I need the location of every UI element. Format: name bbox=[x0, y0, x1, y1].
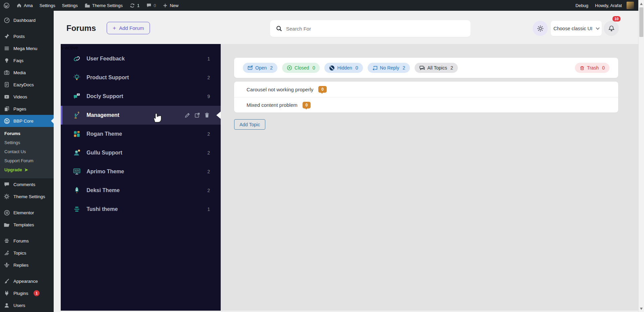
filter-no-reply[interactable]: No Reply 2 bbox=[368, 63, 410, 73]
sidebar-item-pages[interactable]: Pages bbox=[0, 103, 54, 115]
adminbar-settings-2[interactable]: Settings bbox=[59, 0, 81, 11]
topics-panel: Open 2 Closed 0 Hidden 0 bbox=[221, 44, 638, 311]
filter-open[interactable]: Open 2 bbox=[243, 63, 277, 73]
forum-row-product-support[interactable]: Product Support 2 bbox=[61, 68, 221, 87]
notifications-button[interactable] bbox=[604, 21, 619, 36]
howdy-text: Howdy, Arafat bbox=[595, 3, 622, 8]
sidebar-item-elementor[interactable]: Elementor bbox=[0, 207, 54, 219]
submenu-item-upgrade[interactable]: Upgrade ➤ bbox=[0, 165, 54, 174]
sidebar-item-users[interactable]: Users bbox=[0, 299, 54, 311]
submenu-item-support-forum[interactable]: Support Forum bbox=[0, 156, 54, 165]
adminbar-updates[interactable]: 1 bbox=[126, 0, 143, 11]
forum-row-actions bbox=[184, 112, 210, 118]
scroll-up-arrow[interactable] bbox=[640, 3, 643, 5]
topics-list: Carousel not working properly 0 Mixed co… bbox=[234, 82, 618, 113]
site-home-link[interactable]: Ama bbox=[13, 0, 36, 11]
scroll-down-arrow[interactable] bbox=[640, 308, 643, 310]
settings-gear-button[interactable] bbox=[533, 21, 548, 36]
submenu-item-forums[interactable]: Forums bbox=[0, 129, 54, 138]
forum-row-management[interactable]: Management bbox=[61, 106, 221, 125]
filter-closed[interactable]: Closed 0 bbox=[282, 63, 320, 73]
sidebar-item-plugins[interactable]: Plugins 1 bbox=[0, 287, 54, 299]
sidebar-item-forums[interactable]: Forums bbox=[0, 235, 54, 247]
forum-row-docly-support[interactable]: ? Docly Support 9 bbox=[61, 87, 221, 106]
pin-icon bbox=[3, 33, 10, 40]
forum-row-gullu-support[interactable]: Gullu Support 2 bbox=[61, 143, 221, 162]
add-forum-button[interactable]: + Add Forum bbox=[107, 22, 150, 34]
adminbar-debug[interactable]: Debug bbox=[572, 0, 592, 11]
sidebar-item-bbp-core[interactable]: BBP Core bbox=[0, 115, 54, 127]
scrollbar-thumb[interactable] bbox=[639, 7, 643, 37]
menu-separator bbox=[0, 271, 54, 275]
topic-count: 1 bbox=[207, 207, 210, 212]
topic-row[interactable]: Mixed content problem 0 bbox=[234, 97, 618, 113]
sidebar-item-posts[interactable]: Posts bbox=[0, 30, 54, 42]
adminbar-account[interactable]: Howdy, Arafat bbox=[592, 0, 644, 11]
forum-row-tushi-theme[interactable]: Tushi theme 1 bbox=[61, 200, 221, 219]
sidebar-item-templates[interactable]: Templates bbox=[0, 219, 54, 231]
lightbulb-icon bbox=[3, 57, 10, 64]
elementor-icon bbox=[3, 209, 10, 216]
sidebar-item-eazydocs[interactable]: EazyDocs bbox=[0, 79, 54, 91]
sidebar-item-dashboard[interactable]: Dashboard bbox=[0, 14, 54, 26]
bulb-icon bbox=[73, 74, 81, 82]
sidebar-item-media[interactable]: Media bbox=[0, 66, 54, 79]
filter-all-topics[interactable]: All Topics 2 bbox=[415, 63, 458, 73]
submenu-item-contact-us[interactable]: Contact Us bbox=[0, 147, 54, 156]
sidebar-item-mega-menu[interactable]: Mega Menu bbox=[0, 42, 54, 54]
monitor-code-icon: </> bbox=[73, 168, 81, 176]
sidebar-item-replies[interactable]: Replies bbox=[0, 259, 54, 271]
external-link-icon[interactable] bbox=[194, 112, 200, 118]
site-name: Ama bbox=[24, 3, 33, 8]
forum-row-deksi-theme[interactable]: Deksi Theme 2 bbox=[61, 181, 221, 200]
blocked-icon bbox=[329, 65, 335, 71]
bbp-core-submenu: Forums Settings Contact Us Support Forum… bbox=[0, 127, 54, 178]
filter-trash[interactable]: Trash 0 bbox=[575, 63, 609, 73]
forum-row-rogan-theme[interactable]: Rogan Theme 2 bbox=[61, 125, 221, 143]
adminbar-new[interactable]: New bbox=[159, 0, 182, 11]
document-icon bbox=[3, 81, 10, 88]
search-icon bbox=[276, 26, 282, 32]
grid-icon bbox=[73, 130, 81, 138]
topic-count: 2 bbox=[207, 131, 210, 137]
topic-count: 2 bbox=[207, 150, 210, 155]
menu-separator bbox=[0, 26, 54, 30]
adminbar-comments[interactable]: 0 bbox=[143, 0, 159, 11]
sidebar-item-theme-settings[interactable]: Theme Settings bbox=[0, 190, 54, 203]
forum-row-user-feedback[interactable]: User Feedback 1 bbox=[61, 49, 221, 68]
user-icon bbox=[3, 302, 10, 309]
edit-pencil-icon[interactable] bbox=[184, 112, 191, 118]
svg-text:</>: </> bbox=[75, 170, 79, 172]
sidebar-item-faqs[interactable]: Faqs bbox=[0, 54, 54, 66]
topics-icon bbox=[3, 250, 10, 256]
trash-icon[interactable] bbox=[204, 112, 210, 118]
topic-count: 1 bbox=[207, 56, 210, 61]
adminbar-theme-settings[interactable]: Theme Settings bbox=[81, 0, 126, 11]
sidebar-item-comments[interactable]: Comments bbox=[0, 178, 54, 190]
sidebar-item-topics[interactable]: Topics bbox=[0, 247, 54, 259]
wordpress-logo[interactable] bbox=[0, 0, 13, 11]
add-topic-button[interactable]: Add Topic bbox=[234, 119, 265, 130]
reply-count-badge: 0 bbox=[318, 86, 327, 93]
ui-mode-dropdown[interactable]: Choose classic UI bbox=[551, 21, 602, 36]
page-title: Forums bbox=[66, 24, 96, 33]
mail-reply-icon bbox=[372, 65, 378, 71]
link-icon bbox=[73, 55, 81, 63]
adminbar-settings-1[interactable]: Settings bbox=[36, 0, 59, 11]
wordpress-icon bbox=[3, 2, 10, 9]
search-input[interactable] bbox=[286, 26, 465, 32]
window-scrollbar bbox=[638, 0, 644, 312]
sidebar-item-appearance[interactable]: Appearance bbox=[0, 275, 54, 287]
filter-hidden[interactable]: Hidden 0 bbox=[324, 63, 363, 73]
topic-row[interactable]: Carousel not working properly 0 bbox=[234, 82, 618, 97]
bee-icon bbox=[3, 262, 10, 268]
brush-icon bbox=[3, 278, 10, 284]
forum-row-aprimo-theme[interactable]: </> Aprimo Theme 2 bbox=[61, 162, 221, 181]
chat-question-icon: ? bbox=[73, 92, 81, 100]
sidebar-item-videos[interactable]: Videos bbox=[0, 91, 54, 103]
submenu-item-settings[interactable]: Settings bbox=[0, 138, 54, 147]
comments-count: 0 bbox=[154, 3, 156, 8]
forum-list-panel: is-active User Feedback 1 Product Suppor… bbox=[61, 44, 221, 311]
main-content: Forums + Add Forum Choose classic UI 10 … bbox=[54, 11, 638, 312]
folder-icon bbox=[85, 3, 90, 8]
